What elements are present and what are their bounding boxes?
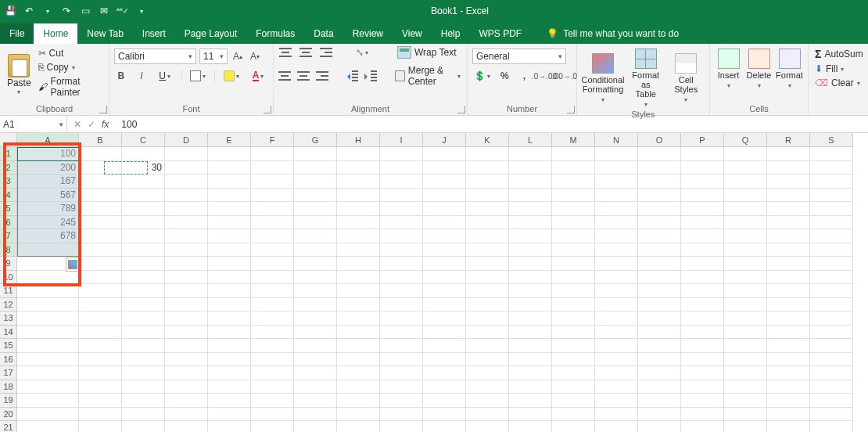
bold-button[interactable]: B [114, 69, 128, 83]
cell-F20[interactable] [251, 408, 294, 422]
col-header-K[interactable]: K [466, 133, 509, 147]
cell-R18[interactable] [767, 380, 810, 394]
tab-file[interactable]: File [0, 23, 34, 44]
autosum-button[interactable]: ΣAutoSum [813, 47, 862, 61]
cell-B17[interactable] [79, 366, 122, 380]
cell-N2[interactable] [595, 161, 638, 175]
row-header-1[interactable]: 1 [0, 147, 17, 161]
cell-F17[interactable] [251, 366, 294, 380]
cell-G13[interactable] [294, 311, 337, 326]
cell-M18[interactable] [552, 380, 595, 394]
cell-B6[interactable] [79, 216, 122, 230]
col-header-B[interactable]: B [79, 133, 122, 147]
cell-L13[interactable] [509, 311, 552, 326]
row-header-21[interactable]: 21 [0, 421, 17, 432]
cell-D13[interactable] [165, 311, 208, 326]
cell-J7[interactable] [423, 229, 466, 243]
cell-G2[interactable] [294, 161, 337, 175]
cell-S15[interactable] [810, 339, 853, 353]
cell-B10[interactable] [79, 271, 122, 285]
cell-G17[interactable] [294, 366, 337, 380]
cell-C12[interactable] [122, 298, 165, 312]
cell-F2[interactable] [251, 161, 294, 175]
number-format-combo[interactable]: General▾ [472, 49, 566, 64]
cell-M8[interactable] [552, 243, 595, 257]
cell-F15[interactable] [251, 339, 294, 353]
cell-M9[interactable] [552, 257, 595, 271]
cell-styles-button[interactable]: Cell Styles▾ [668, 52, 705, 105]
cell-O17[interactable] [638, 366, 681, 380]
cell-J9[interactable] [423, 257, 466, 271]
cell-S1[interactable] [810, 147, 853, 161]
cell-M14[interactable] [552, 326, 595, 340]
cell-I21[interactable] [380, 421, 423, 432]
cell-K21[interactable] [466, 421, 509, 432]
undo-icon[interactable]: ↶ [22, 4, 36, 18]
format-cells-button[interactable]: Format▾ [776, 47, 803, 91]
col-header-C[interactable]: C [122, 133, 165, 147]
cell-B21[interactable] [79, 421, 122, 432]
cell-E17[interactable] [208, 366, 251, 380]
cell-P9[interactable] [681, 257, 724, 271]
cell-G1[interactable] [294, 147, 337, 161]
cell-F5[interactable] [251, 202, 294, 216]
cell-K16[interactable] [466, 353, 509, 367]
cell-P13[interactable] [681, 311, 724, 326]
cell-C10[interactable] [122, 271, 165, 285]
cell-G8[interactable] [294, 243, 337, 257]
cell-G14[interactable] [294, 326, 337, 340]
cell-N7[interactable] [595, 229, 638, 243]
cell-K20[interactable] [466, 408, 509, 422]
cell-F18[interactable] [251, 380, 294, 394]
cell-C19[interactable] [122, 394, 165, 408]
col-header-N[interactable]: N [595, 133, 638, 147]
cell-C13[interactable] [122, 311, 165, 326]
cell-H14[interactable] [337, 326, 380, 340]
cell-O5[interactable] [638, 202, 681, 216]
cell-F6[interactable] [251, 216, 294, 230]
cell-D18[interactable] [165, 380, 208, 394]
row-header-6[interactable]: 6 [0, 216, 17, 230]
cell-J2[interactable] [423, 161, 466, 175]
cell-J5[interactable] [423, 202, 466, 216]
cell-M19[interactable] [552, 394, 595, 408]
cell-R6[interactable] [767, 216, 810, 230]
cell-Q7[interactable] [724, 229, 767, 243]
tell-me-search[interactable]: 💡 Tell me what you want to do [540, 23, 685, 44]
shrink-font-icon[interactable]: A▾ [248, 49, 262, 63]
cell-G18[interactable] [294, 380, 337, 394]
cell-S13[interactable] [810, 311, 853, 326]
cell-P10[interactable] [681, 271, 724, 285]
cell-L9[interactable] [509, 257, 552, 271]
cell-I7[interactable] [380, 229, 423, 243]
cell-J3[interactable] [423, 175, 466, 189]
cell-C8[interactable] [122, 243, 165, 257]
font-name-combo[interactable]: Calibri▾ [114, 49, 196, 64]
cell-C1[interactable] [122, 147, 165, 161]
cell-H3[interactable] [337, 175, 380, 189]
cell-C7[interactable] [122, 229, 165, 243]
cell-S4[interactable] [810, 189, 853, 203]
cell-N19[interactable] [595, 394, 638, 408]
cell-A1[interactable]: 100 [17, 147, 79, 161]
cell-M7[interactable] [552, 229, 595, 243]
cell-C21[interactable] [122, 421, 165, 432]
cell-H21[interactable] [337, 421, 380, 432]
cell-P18[interactable] [681, 380, 724, 394]
cell-A18[interactable] [17, 380, 79, 394]
cell-R3[interactable] [767, 175, 810, 189]
cell-P1[interactable] [681, 147, 724, 161]
cell-C3[interactable] [122, 175, 165, 189]
cell-G5[interactable] [294, 202, 337, 216]
cell-A13[interactable] [17, 311, 79, 326]
grow-font-icon[interactable]: A▴ [231, 49, 245, 63]
cell-E14[interactable] [208, 326, 251, 340]
cell-G4[interactable] [294, 189, 337, 203]
tab-formulas[interactable]: Formulas [246, 23, 304, 44]
cell-R4[interactable] [767, 189, 810, 203]
cell-N14[interactable] [595, 326, 638, 340]
cell-I8[interactable] [380, 243, 423, 257]
cell-H11[interactable] [337, 284, 380, 298]
cell-S3[interactable] [810, 175, 853, 189]
cell-J15[interactable] [423, 339, 466, 353]
